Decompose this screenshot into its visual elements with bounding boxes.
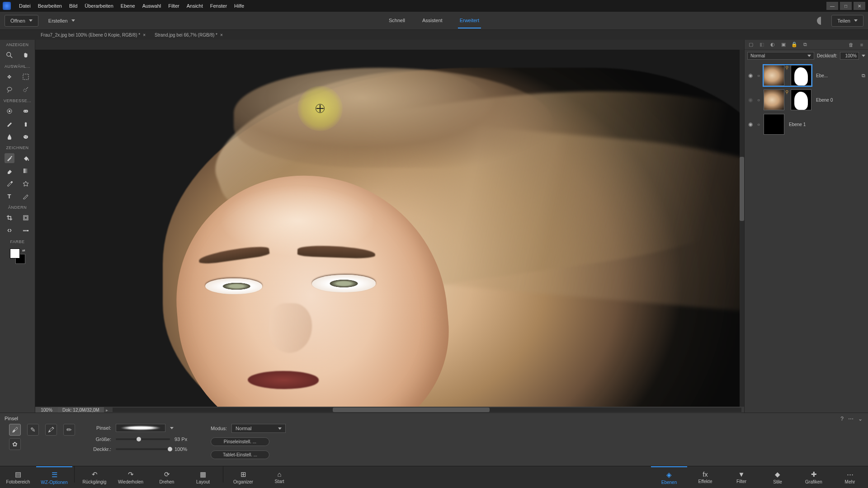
panel-menu-icon[interactable]: ⋯	[848, 416, 854, 422]
lasso-tool[interactable]	[5, 84, 14, 94]
menu-hilfe[interactable]: Hilfe	[231, 1, 248, 10]
hand-tool[interactable]	[21, 50, 31, 60]
menu-bild[interactable]: Bild	[66, 1, 81, 10]
link-icon[interactable]: ⧉	[802, 42, 809, 48]
menu-datei[interactable]: Datei	[15, 1, 34, 10]
mask-thumbnail[interactable]	[791, 65, 811, 86]
opacity-slider[interactable]	[116, 448, 170, 450]
help-icon[interactable]: ?	[840, 416, 844, 422]
doctab-0[interactable]: Frau7_2x.jpg bei 100% (Ebene 0 Kopie, RG…	[36, 31, 150, 39]
bb-rotate[interactable]: ⟳Drehen	[149, 466, 185, 488]
brush-variant-pencil[interactable]: ✏	[63, 424, 75, 436]
collapse-icon[interactable]: ⌄	[858, 416, 863, 422]
color-swatch[interactable]: ⇄	[10, 249, 25, 264]
recompose-tool[interactable]	[21, 213, 31, 223]
bb-tool-options[interactable]: ☰WZ-Optionen	[36, 466, 72, 488]
close-button[interactable]: ✕	[854, 2, 865, 10]
maximize-button[interactable]: □	[840, 2, 852, 10]
panel-menu-icon[interactable]: ≡	[858, 42, 865, 48]
bb-graphics[interactable]: ✚Grafiken	[796, 466, 832, 488]
mode-quick[interactable]: Schnell	[387, 13, 407, 28]
crop-tool[interactable]	[5, 213, 14, 223]
menu-ansicht[interactable]: Ansicht	[183, 1, 207, 10]
layer-thumbnail[interactable]	[764, 89, 784, 110]
share-button[interactable]: Teilen	[831, 15, 863, 27]
opacity-input[interactable]: 100%	[840, 52, 859, 60]
mask-icon[interactable]: ▣	[780, 42, 787, 48]
menu-auswahl[interactable]: Auswahl	[139, 1, 165, 10]
layer-name[interactable]: Ebene 1	[789, 122, 806, 127]
visibility-toggle[interactable]: ◉	[747, 72, 754, 79]
bb-more[interactable]: ⋯Mehr	[832, 466, 868, 488]
paint-bucket-tool[interactable]	[21, 153, 31, 163]
bb-photo-bin[interactable]: ▤Fotobereich	[0, 466, 36, 488]
bb-styles[interactable]: ◆Stile	[760, 466, 796, 488]
link-toggle[interactable]: ○	[755, 98, 762, 103]
move-tool[interactable]: ✥	[5, 72, 14, 82]
bb-organizer[interactable]: ⊞Organizer	[225, 466, 261, 488]
size-value[interactable]: 93 Px	[175, 436, 197, 442]
text-tool[interactable]: T	[5, 191, 14, 201]
bb-layers[interactable]: ◈Ebenen	[651, 466, 687, 488]
brush-variant-color-replace[interactable]: 🖍	[45, 424, 57, 436]
zoom-tool[interactable]	[5, 50, 14, 60]
link-toggle[interactable]: ○	[755, 73, 762, 78]
marquee-tool[interactable]	[21, 72, 31, 82]
pencil-tool[interactable]	[21, 191, 31, 201]
tablet-settings-button[interactable]: Tablet-Einstell. ...	[211, 450, 269, 459]
sponge-tool[interactable]	[21, 131, 31, 141]
straighten-tool[interactable]	[21, 225, 31, 235]
foreground-color[interactable]	[10, 249, 20, 258]
chevron-right-icon[interactable]: ▸	[104, 408, 110, 413]
scrollbar-thumb[interactable]	[740, 157, 744, 221]
menu-ebene[interactable]: Ebene	[117, 1, 139, 10]
bb-redo[interactable]: ↷Wiederholen	[113, 466, 149, 488]
layer-row-0[interactable]: ◉ ○ ⚲ Ebe... ⧉	[745, 63, 867, 88]
swap-colors-icon[interactable]: ⇄	[22, 249, 25, 253]
size-slider[interactable]	[116, 438, 170, 440]
menu-fenster[interactable]: Fenster	[207, 1, 231, 10]
close-icon[interactable]: ×	[143, 33, 146, 38]
brush-variant-pattern[interactable]: ✿	[9, 438, 21, 450]
mask-thumbnail[interactable]	[791, 89, 811, 110]
visibility-toggle[interactable]: ◉	[747, 97, 754, 103]
gradient-tool[interactable]	[21, 166, 31, 176]
bb-layout[interactable]: ▦Layout	[185, 466, 221, 488]
link-toggle[interactable]: ○	[755, 122, 762, 127]
horizontal-scrollbar[interactable]	[113, 408, 741, 412]
lock-icon[interactable]: 🔒	[791, 42, 798, 48]
mask-link-icon[interactable]: ⚲	[785, 65, 790, 86]
brush-variant-impressionist[interactable]: ✎	[27, 424, 39, 436]
menu-bearbeiten[interactable]: Bearbeiten	[34, 1, 66, 10]
mask-link-icon[interactable]: ⚲	[785, 89, 790, 110]
menu-ueberarbeiten[interactable]: Überarbeiten	[81, 1, 117, 10]
visibility-toggle[interactable]: ◉	[747, 121, 754, 127]
zoom-level[interactable]: 100%	[35, 407, 58, 413]
bb-home[interactable]: ⌂Start	[261, 466, 297, 488]
scrollbar-thumb[interactable]	[333, 408, 490, 412]
blend-mode-select[interactable]: Normal	[231, 424, 286, 433]
bb-undo[interactable]: ↶Rückgängig	[76, 466, 113, 488]
layer-name[interactable]: Ebe...	[816, 73, 828, 78]
vertical-scrollbar[interactable]	[740, 50, 744, 407]
delete-layer-icon[interactable]: 🗑	[847, 42, 854, 48]
quick-select-tool[interactable]	[21, 84, 31, 94]
redeye-tool[interactable]	[5, 106, 14, 116]
blur-tool[interactable]	[5, 131, 14, 141]
layer-row-1[interactable]: ◉ ○ ⚲ Ebene 0	[745, 88, 867, 112]
create-button[interactable]: Erstellen	[43, 15, 80, 26]
blend-mode-select[interactable]: Normal	[747, 52, 814, 60]
open-button[interactable]: Öffnen	[5, 15, 38, 27]
mode-expert[interactable]: Erweitert	[458, 13, 481, 28]
brush-preset-select[interactable]	[116, 424, 165, 432]
layer-thumbnail[interactable]	[764, 65, 784, 86]
new-group-icon[interactable]: ◧	[758, 42, 765, 48]
doctab-1[interactable]: Strand.jpg bei 66,7% (RGB/8) * ×	[150, 31, 227, 39]
eraser-tool[interactable]	[5, 166, 14, 176]
spot-heal-tool[interactable]	[21, 106, 31, 116]
new-layer-icon[interactable]: ▢	[747, 42, 755, 48]
smart-brush-tool[interactable]	[5, 119, 14, 129]
brush-variant-normal[interactable]: 🖌	[9, 424, 21, 436]
bb-filters[interactable]: ▼Filter	[723, 466, 760, 488]
menu-filter[interactable]: Filter	[165, 1, 183, 10]
